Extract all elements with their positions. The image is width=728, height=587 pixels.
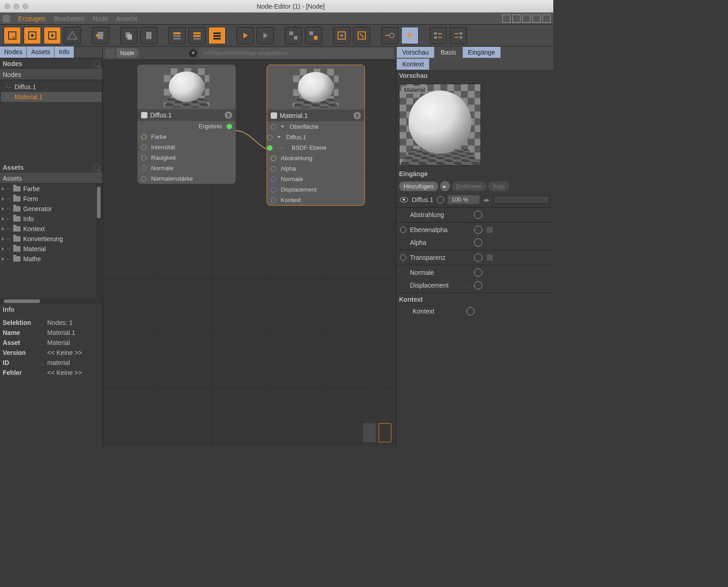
asset-item[interactable]: Konvertierung bbox=[0, 234, 102, 244]
chevron-right-icon[interactable] bbox=[2, 197, 4, 201]
port-socket-icon[interactable] bbox=[267, 135, 273, 140]
tool-select-node[interactable] bbox=[24, 27, 41, 44]
input-group-diffus[interactable]: Diffus.1 bbox=[267, 132, 364, 142]
percent-value[interactable]: 100 % bbox=[448, 195, 480, 204]
menu-erzeugen[interactable]: Erzeugen bbox=[18, 15, 46, 22]
port-socket-icon[interactable] bbox=[271, 187, 276, 192]
port-socket-icon[interactable] bbox=[141, 145, 147, 150]
value-ring-icon[interactable] bbox=[474, 253, 482, 262]
checkbox[interactable] bbox=[486, 226, 493, 233]
tab-assets[interactable]: Assets bbox=[27, 46, 55, 58]
asset-item[interactable]: Form bbox=[0, 194, 102, 204]
remove-button[interactable]: Entfernen bbox=[452, 182, 486, 191]
tool-paste[interactable] bbox=[140, 27, 157, 44]
layout-tool-1[interactable] bbox=[502, 15, 511, 23]
tool-frame-2[interactable] bbox=[353, 27, 370, 44]
add-button[interactable]: Hinzufügen bbox=[399, 182, 438, 191]
checkbox[interactable] bbox=[486, 254, 493, 261]
menu-ansicht[interactable]: Ansicht bbox=[116, 15, 137, 22]
asset-item[interactable]: Info bbox=[0, 214, 102, 224]
chevron-right-icon[interactable] bbox=[2, 207, 4, 211]
tree-item-diffus[interactable]: Diffus.1 bbox=[1, 82, 101, 92]
port-socket-icon[interactable] bbox=[267, 145, 273, 151]
tool-next-node[interactable] bbox=[44, 27, 61, 44]
tree-item-material[interactable]: Material.1 bbox=[1, 92, 101, 102]
tool-list-1[interactable] bbox=[168, 27, 186, 44]
close-window-icon[interactable] bbox=[5, 4, 10, 9]
port-socket-icon[interactable] bbox=[141, 176, 147, 182]
port-socket-icon[interactable] bbox=[271, 124, 276, 130]
tool-play-2[interactable] bbox=[257, 27, 274, 44]
input-group-oberflaeche[interactable]: Oberfläche bbox=[267, 121, 364, 132]
output-port-ergebnis[interactable]: Ergebnis bbox=[137, 121, 236, 132]
radio-icon[interactable] bbox=[400, 254, 406, 261]
asset-item[interactable]: Kontext bbox=[0, 224, 102, 234]
menu-node[interactable]: Node bbox=[93, 15, 108, 22]
tool-warning[interactable] bbox=[64, 27, 81, 44]
link-icon[interactable] bbox=[437, 196, 444, 203]
tool-new-node[interactable]: + bbox=[4, 27, 21, 44]
input-port-abstrahlung[interactable]: Abstrahlung bbox=[267, 153, 364, 163]
menu-bearbeiten[interactable]: Bearbeiten bbox=[54, 15, 85, 22]
add-panel-icon[interactable] bbox=[542, 15, 551, 23]
input-port-farbe[interactable]: Farbe bbox=[137, 132, 236, 142]
breadcrumb-item[interactable]: Node bbox=[116, 48, 140, 58]
node-diffus[interactable]: Diffus.1 S Ergebnis Farbe Intensität Rau… bbox=[137, 65, 236, 184]
horizontal-scrollbar[interactable] bbox=[0, 299, 102, 304]
tool-pointer[interactable] bbox=[401, 27, 419, 44]
minimap-node[interactable] bbox=[363, 423, 376, 442]
tool-align-1[interactable] bbox=[430, 27, 447, 44]
visibility-icon[interactable] bbox=[400, 197, 408, 202]
input-port-rauigkeit[interactable]: Rauigkeit bbox=[137, 152, 236, 163]
rtab-eingaenge[interactable]: Eingänge bbox=[462, 46, 501, 58]
tool-group-1[interactable] bbox=[285, 27, 302, 44]
tool-import[interactable] bbox=[92, 27, 109, 44]
tab-nodes[interactable]: Nodes bbox=[0, 46, 27, 58]
input-port-normale[interactable]: Normale bbox=[137, 163, 236, 173]
diffus-link-row[interactable]: Diffus.1 100 % ◂▸ bbox=[396, 193, 553, 206]
value-ring-icon[interactable] bbox=[474, 211, 482, 219]
search-icon[interactable] bbox=[93, 61, 100, 67]
tool-view-1[interactable] bbox=[381, 27, 399, 44]
port-socket-icon[interactable] bbox=[141, 134, 147, 140]
tool-list-3[interactable] bbox=[208, 27, 226, 44]
input-port-displacement[interactable]: Displacement bbox=[267, 184, 364, 195]
vertical-scrollbar[interactable] bbox=[96, 184, 101, 299]
chevron-down-icon[interactable] bbox=[277, 136, 281, 138]
value-ring-icon[interactable] bbox=[474, 268, 482, 277]
chevron-right-icon[interactable] bbox=[2, 217, 4, 221]
node-title-bar[interactable]: Material.1 S bbox=[267, 110, 364, 121]
input-port-bsdf[interactable]: BSDF-Ebene bbox=[267, 142, 364, 153]
value-ring-icon[interactable] bbox=[474, 281, 482, 289]
input-port-alpha[interactable]: Alpha bbox=[267, 163, 364, 174]
layout-tool-3[interactable] bbox=[522, 15, 531, 23]
solo-icon[interactable]: S bbox=[354, 112, 361, 119]
input-port-normale[interactable]: Normale bbox=[267, 174, 364, 184]
solo-icon[interactable]: S bbox=[225, 111, 232, 119]
port-socket-icon[interactable] bbox=[141, 166, 147, 171]
chevron-right-icon[interactable] bbox=[2, 257, 4, 261]
tool-copy[interactable] bbox=[120, 27, 137, 44]
copy-button[interactable]: Kopi bbox=[488, 182, 509, 191]
tool-align-2[interactable] bbox=[450, 27, 467, 44]
value-ring-icon[interactable] bbox=[466, 307, 475, 315]
lock-icon[interactable] bbox=[532, 15, 541, 23]
layout-tool-2[interactable] bbox=[512, 15, 521, 23]
port-socket-icon[interactable] bbox=[271, 197, 276, 203]
rtab-basis[interactable]: Basis bbox=[435, 46, 462, 58]
node-title-bar[interactable]: Diffus.1 S bbox=[137, 109, 236, 121]
tool-list-2[interactable] bbox=[188, 27, 206, 44]
value-ring-icon[interactable] bbox=[474, 226, 482, 234]
minimize-window-icon[interactable] bbox=[14, 4, 19, 9]
port-socket-icon[interactable] bbox=[141, 155, 147, 161]
color-swatch[interactable] bbox=[493, 196, 550, 204]
radio-icon[interactable] bbox=[400, 227, 406, 233]
rtab-kontext[interactable]: Kontext bbox=[396, 58, 430, 70]
tool-frame-1[interactable] bbox=[333, 27, 350, 44]
clear-filter-icon[interactable]: ✕ bbox=[189, 49, 197, 57]
breadcrumb-icon[interactable] bbox=[106, 49, 115, 58]
rtab-vorschau[interactable]: Vorschau bbox=[396, 46, 435, 58]
chevron-right-icon[interactable] bbox=[2, 247, 4, 251]
tab-info[interactable]: Info bbox=[55, 46, 74, 58]
port-socket-icon[interactable] bbox=[271, 166, 276, 172]
